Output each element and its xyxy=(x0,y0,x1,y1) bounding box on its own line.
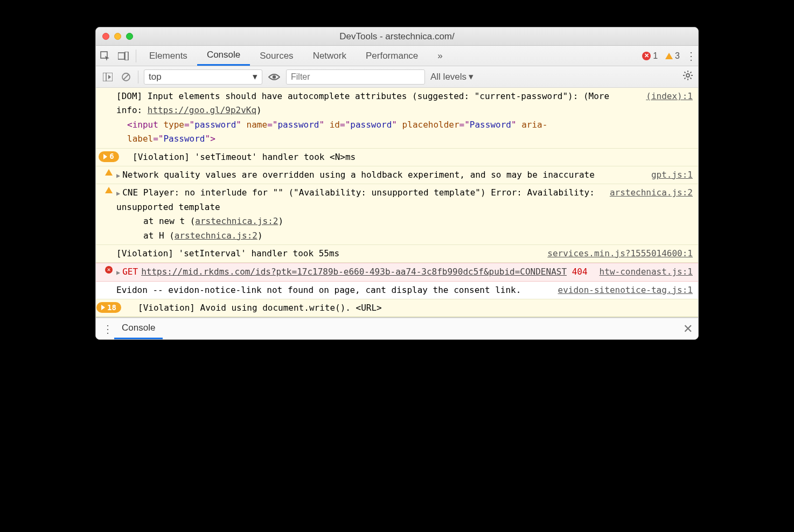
log-source-link[interactable]: services.min.js?1555014600:1 xyxy=(547,247,693,261)
tab-sources[interactable]: Sources xyxy=(250,46,303,66)
tab-console[interactable]: Console xyxy=(197,46,250,66)
live-expression-icon[interactable] xyxy=(268,71,281,83)
device-toolbar-icon[interactable] xyxy=(116,48,131,64)
log-row-violation[interactable]: [Violation] 'setInterval' handler took 5… xyxy=(96,245,698,263)
log-link[interactable]: https://goo.gl/9p2vKq xyxy=(148,105,256,115)
error-icon: ✕ xyxy=(105,266,113,274)
disclosure-icon[interactable]: ▶ xyxy=(116,190,120,197)
svg-line-17 xyxy=(690,72,691,73)
svg-line-7 xyxy=(123,74,129,80)
warning-count-icon xyxy=(665,53,673,59)
tab-elements[interactable]: Elements xyxy=(140,46,197,66)
warning-icon xyxy=(105,187,113,193)
log-row-warning[interactable]: ▶CNE Player: no interlude for "" ("Avail… xyxy=(96,184,698,245)
toggle-sidebar-icon[interactable] xyxy=(101,71,114,83)
log-level-label: All levels xyxy=(430,72,466,82)
log-row-error[interactable]: ✕ ▶GEThttps://mid.rkdms.com/ids?ptk=17c1… xyxy=(96,263,698,281)
log-row-warning[interactable]: ▶Network quality values are overridden u… xyxy=(96,166,698,184)
log-row-violation[interactable]: 18 [Violation] Avoid using document.writ… xyxy=(96,299,698,317)
log-row-info[interactable]: Evidon -- evidon-notice-link not found o… xyxy=(96,282,698,299)
tab-performance[interactable]: Performance xyxy=(356,46,428,66)
context-selector[interactable]: top ▾ xyxy=(144,69,262,85)
context-value: top xyxy=(149,72,162,82)
tab-overflow[interactable]: » xyxy=(428,46,452,66)
http-status: 404 xyxy=(572,267,588,277)
svg-line-15 xyxy=(690,78,691,79)
log-source-link[interactable]: gpt.js:1 xyxy=(651,168,693,182)
settings-kebab-icon[interactable]: ⋮ xyxy=(684,50,698,62)
console-log-area: [DOM] Input elements should have autocom… xyxy=(96,88,698,318)
svg-line-14 xyxy=(685,72,686,73)
window-title: DevTools - arstechnica.com/ xyxy=(96,31,698,42)
stack-link[interactable]: arstechnica.js:2 xyxy=(175,230,257,241)
stack-link[interactable]: arstechnica.js:2 xyxy=(195,216,278,226)
disclosure-icon[interactable]: ▶ xyxy=(116,269,120,276)
log-text: [Violation] 'setTimeout' handler took <N… xyxy=(116,150,693,164)
svg-point-8 xyxy=(273,75,276,78)
log-source-link[interactable]: arstechnica.js:2 xyxy=(610,186,693,243)
log-source-link[interactable]: htw-condenast.js:1 xyxy=(600,265,693,279)
warning-count: 3 xyxy=(675,51,680,61)
svg-point-9 xyxy=(686,74,689,77)
log-row-violation[interactable]: 6 [Violation] 'setTimeout' handler took … xyxy=(96,149,698,166)
tab-network[interactable]: Network xyxy=(303,46,356,66)
panel-tabbar: Elements Console Sources Network Perform… xyxy=(96,46,698,66)
http-method: GET xyxy=(122,267,138,277)
error-count: 1 xyxy=(653,51,658,61)
drawer-kebab-icon[interactable]: ⋮ xyxy=(101,323,114,335)
log-source-link[interactable]: (index):1 xyxy=(646,89,693,146)
console-toolbar: top ▾ All levels ▾ xyxy=(96,66,698,88)
log-text: [Violation] 'setInterval' handler took 5… xyxy=(116,247,542,261)
svg-rect-2 xyxy=(125,52,128,60)
error-count-icon: ✕ xyxy=(642,52,651,60)
log-level-selector[interactable]: All levels ▾ xyxy=(430,71,473,82)
titlebar: DevTools - arstechnica.com/ xyxy=(96,27,698,46)
issue-counts[interactable]: ✕ 1 3 xyxy=(642,51,680,61)
warning-icon xyxy=(105,169,113,176)
drawer-close-icon[interactable]: ✕ xyxy=(683,322,693,336)
svg-marker-5 xyxy=(108,75,111,79)
log-text: [Violation] Avoid using document.write()… xyxy=(116,301,693,315)
clear-console-icon[interactable] xyxy=(120,71,133,83)
inspect-element-icon[interactable] xyxy=(97,48,113,64)
log-source-link[interactable]: evidon-sitenotice-tag.js:1 xyxy=(558,283,693,297)
log-text: Network quality values are overridden us… xyxy=(122,170,595,180)
disclosure-icon[interactable]: ▶ xyxy=(116,172,120,179)
log-text: CNE Player: no interlude for "" ("Availa… xyxy=(116,187,595,212)
svg-line-16 xyxy=(685,78,686,79)
log-text: Evidon -- evidon-notice-link not found o… xyxy=(116,283,553,297)
drawer-tab-console[interactable]: Console xyxy=(114,318,163,339)
svg-rect-1 xyxy=(118,53,124,59)
log-row-warning[interactable]: [DOM] Input elements should have autocom… xyxy=(96,88,698,149)
filter-input[interactable] xyxy=(286,69,425,85)
chevron-down-icon: ▾ xyxy=(469,71,473,82)
console-settings-icon[interactable] xyxy=(683,71,693,83)
devtools-window: DevTools - arstechnica.com/ Elements Con… xyxy=(95,27,699,340)
chevron-down-icon: ▾ xyxy=(253,71,257,82)
drawer: ⋮ Console ✕ xyxy=(96,318,698,339)
log-link[interactable]: https://mid.rkdms.com/ids?ptk=17c1789b-e… xyxy=(141,267,567,277)
svg-rect-3 xyxy=(103,73,113,81)
